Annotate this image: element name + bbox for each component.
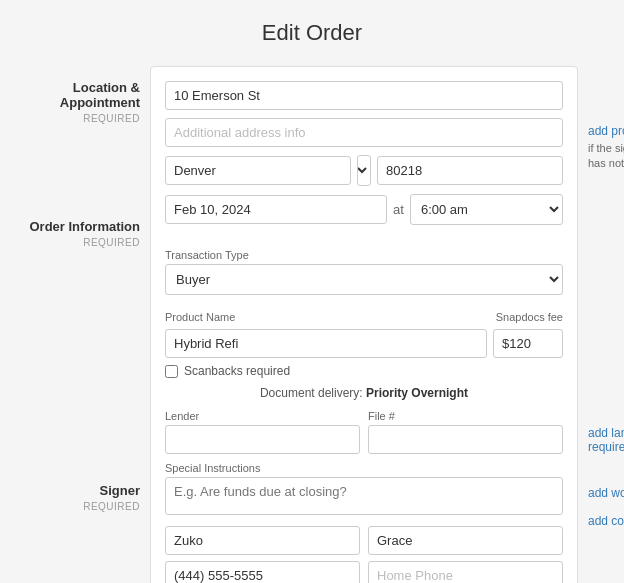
doc-delivery-value: Priority Overnight [366, 386, 468, 400]
file-label: File # [368, 410, 563, 422]
signer-name-row [165, 526, 563, 555]
product-name-input[interactable] [165, 329, 487, 358]
signer-last-input[interactable] [368, 526, 563, 555]
property-address-hint: add property address if the signing loca… [588, 124, 624, 172]
product-name-wrapper [165, 329, 487, 358]
signer-mobile-input[interactable] [165, 561, 360, 583]
transaction-type-select[interactable]: Buyer Seller Refinance [165, 264, 563, 295]
work-phone-hint: add work phone [588, 486, 624, 500]
lender-input[interactable] [165, 425, 360, 454]
product-field-labels: Product Name Snapdocs fee [165, 311, 563, 326]
product-name-label: Product Name [165, 311, 235, 323]
time-select-wrap: 6:00 am 6:30 am 7:00 am 7:30 am [410, 194, 563, 225]
add-work-phone-link[interactable]: add work phone [588, 486, 624, 500]
add-property-address-link[interactable]: add property address [588, 124, 624, 138]
right-hints: add property address if the signing loca… [588, 66, 624, 542]
scanbacks-label: Scanbacks required [184, 364, 290, 378]
signer-section-label: Signer REQUIRED [10, 469, 140, 513]
order-section-label: Order Information REQUIRED [10, 205, 140, 249]
address1-input[interactable] [165, 81, 563, 110]
address1-row [165, 81, 563, 110]
page-title: Edit Order [10, 20, 614, 46]
fee-wrapper [493, 329, 563, 358]
product-fee-row [165, 329, 563, 358]
file-col: File # [368, 410, 563, 454]
location-section-label: Location & Appointment REQUIRED [10, 66, 140, 125]
address2-row [165, 118, 563, 147]
doc-delivery-row: Document delivery: Priority Overnight [165, 386, 563, 400]
signer-section: ✓ Send confirmation & give access to bas… [165, 526, 563, 583]
time-select[interactable]: 6:00 am 6:30 am 7:00 am 7:30 am [410, 194, 563, 225]
signer-home-phone-input[interactable] [368, 561, 563, 583]
cosigner-hint: add cosigner [588, 514, 624, 528]
file-input[interactable] [368, 425, 563, 454]
at-label: at [393, 202, 404, 217]
fee-input[interactable] [493, 329, 563, 358]
date-input[interactable] [165, 195, 387, 224]
add-language-link[interactable]: add language requirement [588, 426, 624, 454]
doc-delivery-prefix: Document delivery: [260, 386, 366, 400]
signer-phone-row [165, 561, 563, 583]
state-select[interactable]: CO CA NY TX [357, 155, 371, 186]
special-instructions-row: Special Instructions [165, 462, 563, 518]
form-panel: CO CA NY TX at 6:00 am 6:30 am 7:00 am 7… [150, 66, 578, 583]
date-time-row: at 6:00 am 6:30 am 7:00 am 7:30 am [165, 194, 563, 225]
language-hint: add language requirement [588, 426, 624, 454]
city-state-zip-row: CO CA NY TX [165, 155, 563, 186]
property-address-note: if the signing location has not been set [588, 142, 624, 169]
special-instructions-input[interactable] [165, 477, 563, 515]
scanbacks-row: Scanbacks required [165, 364, 563, 378]
snapdocs-fee-label: Snapdocs fee [496, 311, 563, 326]
transaction-type-row: Transaction Type Buyer Seller Refinance [165, 249, 563, 303]
transaction-type-label: Transaction Type [165, 249, 563, 261]
lender-col: Lender [165, 410, 360, 454]
scanbacks-checkbox[interactable] [165, 365, 178, 378]
lender-label: Lender [165, 410, 360, 422]
signer-first-input[interactable] [165, 526, 360, 555]
add-cosigner-link[interactable]: add cosigner [588, 514, 624, 528]
city-input[interactable] [165, 156, 351, 185]
zip-input[interactable] [377, 156, 563, 185]
lender-file-row: Lender File # [165, 410, 563, 454]
address2-input[interactable] [165, 118, 563, 147]
special-instructions-label: Special Instructions [165, 462, 563, 474]
